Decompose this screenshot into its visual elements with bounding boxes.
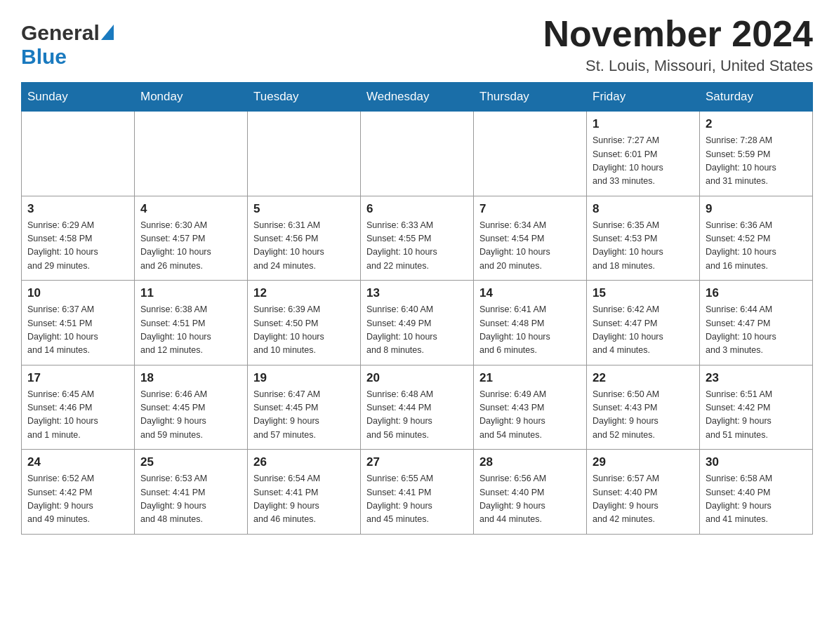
day-number: 13 — [366, 286, 468, 300]
day-number: 12 — [253, 286, 355, 300]
weekday-header-sunday: Sunday — [22, 83, 135, 112]
day-info: Sunrise: 6:57 AMSunset: 4:40 PMDaylight:… — [593, 472, 694, 527]
day-number: 23 — [706, 371, 807, 385]
day-info: Sunrise: 6:46 AMSunset: 4:45 PMDaylight:… — [140, 388, 241, 443]
calendar-cell — [361, 112, 474, 196]
day-number: 19 — [253, 371, 355, 385]
calendar-cell: 8Sunrise: 6:35 AMSunset: 4:53 PMDaylight… — [587, 196, 700, 281]
calendar-cell: 30Sunrise: 6:58 AMSunset: 4:40 PMDayligh… — [700, 450, 813, 535]
title-block: November 2024 St. Louis, Missouri, Unite… — [543, 14, 813, 75]
day-info: Sunrise: 6:38 AMSunset: 4:51 PMDaylight:… — [140, 303, 241, 358]
day-info: Sunrise: 6:36 AMSunset: 4:52 PMDaylight:… — [706, 219, 807, 274]
calendar-cell: 13Sunrise: 6:40 AMSunset: 4:49 PMDayligh… — [361, 281, 474, 365]
calendar-cell: 3Sunrise: 6:29 AMSunset: 4:58 PMDaylight… — [22, 196, 135, 281]
day-number: 15 — [593, 286, 694, 300]
month-title: November 2024 — [543, 14, 813, 54]
calendar-week-row: 3Sunrise: 6:29 AMSunset: 4:58 PMDaylight… — [22, 196, 813, 281]
day-number: 27 — [366, 455, 468, 469]
day-info: Sunrise: 7:28 AMSunset: 5:59 PMDaylight:… — [706, 134, 807, 189]
day-number: 9 — [706, 202, 807, 216]
day-info: Sunrise: 6:51 AMSunset: 4:42 PMDaylight:… — [706, 388, 807, 443]
calendar-cell: 28Sunrise: 6:56 AMSunset: 4:40 PMDayligh… — [474, 450, 587, 535]
day-info: Sunrise: 6:56 AMSunset: 4:40 PMDaylight:… — [479, 472, 581, 527]
day-info: Sunrise: 6:29 AMSunset: 4:58 PMDaylight:… — [27, 219, 128, 274]
calendar-cell: 19Sunrise: 6:47 AMSunset: 4:45 PMDayligh… — [248, 365, 361, 450]
page-header: General Blue November 2024 St. Louis, Mi… — [21, 14, 813, 75]
weekday-header-thursday: Thursday — [474, 83, 587, 112]
day-info: Sunrise: 6:31 AMSunset: 4:56 PMDaylight:… — [253, 219, 355, 274]
day-info: Sunrise: 6:49 AMSunset: 4:43 PMDaylight:… — [479, 388, 581, 443]
calendar-cell: 11Sunrise: 6:38 AMSunset: 4:51 PMDayligh… — [135, 281, 248, 365]
calendar-table: SundayMondayTuesdayWednesdayThursdayFrid… — [21, 82, 813, 535]
day-number: 6 — [366, 202, 468, 216]
day-number: 10 — [27, 286, 128, 300]
calendar-cell: 12Sunrise: 6:39 AMSunset: 4:50 PMDayligh… — [248, 281, 361, 365]
weekday-header-tuesday: Tuesday — [248, 83, 361, 112]
weekday-header-friday: Friday — [587, 83, 700, 112]
calendar-cell: 18Sunrise: 6:46 AMSunset: 4:45 PMDayligh… — [135, 365, 248, 450]
calendar-cell: 25Sunrise: 6:53 AMSunset: 4:41 PMDayligh… — [135, 450, 248, 535]
day-number: 28 — [479, 455, 581, 469]
day-info: Sunrise: 6:53 AMSunset: 4:41 PMDaylight:… — [140, 472, 241, 527]
calendar-cell: 4Sunrise: 6:30 AMSunset: 4:57 PMDaylight… — [135, 196, 248, 281]
weekday-header-row: SundayMondayTuesdayWednesdayThursdayFrid… — [22, 83, 813, 112]
calendar-cell: 9Sunrise: 6:36 AMSunset: 4:52 PMDaylight… — [700, 196, 813, 281]
day-info: Sunrise: 6:37 AMSunset: 4:51 PMDaylight:… — [27, 303, 128, 358]
logo-general-text: General — [21, 21, 100, 45]
calendar-cell: 26Sunrise: 6:54 AMSunset: 4:41 PMDayligh… — [248, 450, 361, 535]
calendar-cell: 2Sunrise: 7:28 AMSunset: 5:59 PMDaylight… — [700, 112, 813, 196]
day-number: 3 — [27, 202, 128, 216]
calendar-cell: 16Sunrise: 6:44 AMSunset: 4:47 PMDayligh… — [700, 281, 813, 365]
calendar-cell: 14Sunrise: 6:41 AMSunset: 4:48 PMDayligh… — [474, 281, 587, 365]
day-info: Sunrise: 6:42 AMSunset: 4:47 PMDaylight:… — [593, 303, 694, 358]
calendar-cell: 20Sunrise: 6:48 AMSunset: 4:44 PMDayligh… — [361, 365, 474, 450]
calendar-cell: 10Sunrise: 6:37 AMSunset: 4:51 PMDayligh… — [22, 281, 135, 365]
location-title: St. Louis, Missouri, United States — [543, 57, 813, 75]
day-number: 24 — [27, 455, 128, 469]
day-number: 26 — [253, 455, 355, 469]
weekday-header-wednesday: Wednesday — [361, 83, 474, 112]
calendar-week-row: 17Sunrise: 6:45 AMSunset: 4:46 PMDayligh… — [22, 365, 813, 450]
day-number: 18 — [140, 371, 241, 385]
logo-blue-text: Blue — [21, 45, 67, 68]
day-number: 4 — [140, 202, 241, 216]
calendar-cell — [135, 112, 248, 196]
calendar-week-row: 1Sunrise: 7:27 AMSunset: 6:01 PMDaylight… — [22, 112, 813, 196]
day-info: Sunrise: 6:34 AMSunset: 4:54 PMDaylight:… — [479, 219, 581, 274]
day-number: 1 — [593, 117, 694, 131]
svg-marker-0 — [101, 25, 114, 40]
day-number: 14 — [479, 286, 581, 300]
calendar-cell: 1Sunrise: 7:27 AMSunset: 6:01 PMDaylight… — [587, 112, 700, 196]
day-number: 16 — [706, 286, 807, 300]
day-info: Sunrise: 6:54 AMSunset: 4:41 PMDaylight:… — [253, 472, 355, 527]
day-info: Sunrise: 6:55 AMSunset: 4:41 PMDaylight:… — [366, 472, 468, 527]
logo-triangle-icon — [101, 25, 114, 43]
day-info: Sunrise: 6:33 AMSunset: 4:55 PMDaylight:… — [366, 219, 468, 274]
day-info: Sunrise: 6:47 AMSunset: 4:45 PMDaylight:… — [253, 388, 355, 443]
day-info: Sunrise: 7:27 AMSunset: 6:01 PMDaylight:… — [593, 134, 694, 189]
day-number: 11 — [140, 286, 241, 300]
calendar-cell: 5Sunrise: 6:31 AMSunset: 4:56 PMDaylight… — [248, 196, 361, 281]
day-number: 20 — [366, 371, 468, 385]
calendar-cell: 21Sunrise: 6:49 AMSunset: 4:43 PMDayligh… — [474, 365, 587, 450]
day-info: Sunrise: 6:30 AMSunset: 4:57 PMDaylight:… — [140, 219, 241, 274]
day-info: Sunrise: 6:58 AMSunset: 4:40 PMDaylight:… — [706, 472, 807, 527]
day-number: 2 — [706, 117, 807, 131]
logo: General Blue — [21, 21, 114, 69]
day-number: 30 — [706, 455, 807, 469]
calendar-cell — [474, 112, 587, 196]
day-number: 29 — [593, 455, 694, 469]
day-info: Sunrise: 6:48 AMSunset: 4:44 PMDaylight:… — [366, 388, 468, 443]
day-number: 5 — [253, 202, 355, 216]
day-number: 22 — [593, 371, 694, 385]
calendar-cell: 24Sunrise: 6:52 AMSunset: 4:42 PMDayligh… — [22, 450, 135, 535]
calendar-cell: 15Sunrise: 6:42 AMSunset: 4:47 PMDayligh… — [587, 281, 700, 365]
weekday-header-saturday: Saturday — [700, 83, 813, 112]
calendar-cell — [248, 112, 361, 196]
day-info: Sunrise: 6:35 AMSunset: 4:53 PMDaylight:… — [593, 219, 694, 274]
day-info: Sunrise: 6:52 AMSunset: 4:42 PMDaylight:… — [27, 472, 128, 527]
day-number: 25 — [140, 455, 241, 469]
day-info: Sunrise: 6:40 AMSunset: 4:49 PMDaylight:… — [366, 303, 468, 358]
day-info: Sunrise: 6:41 AMSunset: 4:48 PMDaylight:… — [479, 303, 581, 358]
day-info: Sunrise: 6:44 AMSunset: 4:47 PMDaylight:… — [706, 303, 807, 358]
